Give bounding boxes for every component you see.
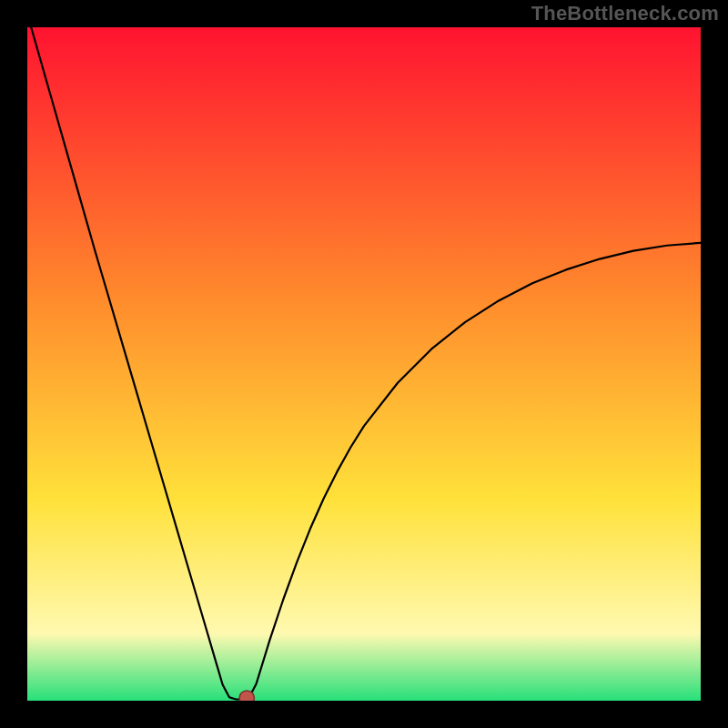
watermark-text: TheBottleneck.com: [531, 2, 719, 25]
chart-stage: TheBottleneck.com: [0, 0, 728, 728]
plot-area: [27, 27, 701, 701]
chart-svg: [27, 27, 701, 701]
minimum-marker: [239, 691, 254, 701]
